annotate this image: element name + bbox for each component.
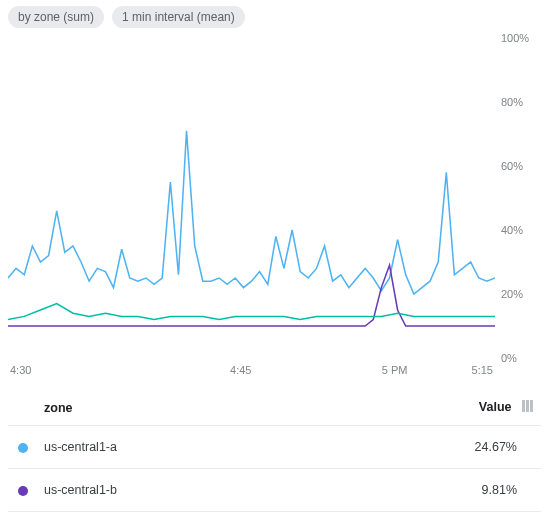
legend-table: zone Value us-central1-a24.67%us-central… xyxy=(8,390,541,522)
x-tick-label: 4:45 xyxy=(164,364,318,376)
legend-row-name: us-central1-b xyxy=(8,469,333,512)
pill-group-by[interactable]: by zone (sum) xyxy=(8,6,104,28)
x-tick-label: 5 PM xyxy=(318,364,472,376)
y-tick-label: 40% xyxy=(501,224,523,236)
y-tick-label: 60% xyxy=(501,160,523,172)
legend-row-value: 12.94% xyxy=(333,512,541,522)
series-color-dot xyxy=(18,443,28,453)
x-tick-label: 5:15 xyxy=(472,364,493,376)
legend-row-name: us-central1-a xyxy=(8,426,333,469)
chart: 0%20%40%60%80%100% xyxy=(8,38,541,358)
legend-row[interactable]: us-central1-b9.81% xyxy=(8,469,541,512)
series-color-dot xyxy=(18,486,28,496)
chart-plot[interactable] xyxy=(8,38,495,358)
legend-header-row: zone Value xyxy=(8,390,541,426)
series-line-us-central1-f xyxy=(8,304,495,320)
legend-row-value: 9.81% xyxy=(333,469,541,512)
filter-pills: by zone (sum) 1 min interval (mean) xyxy=(8,6,541,28)
legend-row[interactable]: us-central1-a24.67% xyxy=(8,426,541,469)
x-tick-label: 4:30 xyxy=(10,364,164,376)
legend-row[interactable]: us-central1-f12.94% xyxy=(8,512,541,522)
y-tick-label: 20% xyxy=(501,288,523,300)
y-tick-label: 100% xyxy=(501,32,529,44)
series-line-us-central1-a xyxy=(8,131,495,294)
y-tick-label: 0% xyxy=(501,352,517,364)
legend-header-zone[interactable]: zone xyxy=(8,390,333,426)
chart-x-axis: 4:304:455 PM5:15 xyxy=(8,364,495,376)
legend-header-value[interactable]: Value xyxy=(333,390,541,426)
chart-y-axis: 0%20%40%60%80%100% xyxy=(495,38,541,358)
y-tick-label: 80% xyxy=(501,96,523,108)
pill-interval[interactable]: 1 min interval (mean) xyxy=(112,6,245,28)
legend-row-value: 24.67% xyxy=(333,426,541,469)
legend-row-name: us-central1-f xyxy=(8,512,333,522)
columns-icon[interactable] xyxy=(521,400,533,415)
